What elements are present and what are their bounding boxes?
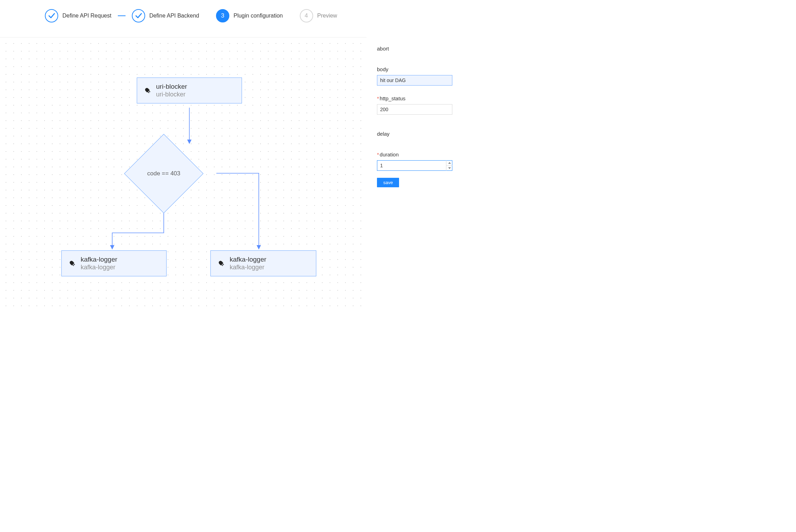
node-title: uri-blocker bbox=[156, 83, 187, 91]
check-icon bbox=[45, 9, 58, 22]
node-title: kafka-logger bbox=[230, 256, 267, 264]
node-kafka-logger-right[interactable]: kafka-logger kafka-logger bbox=[210, 250, 316, 276]
plugin-icon bbox=[143, 86, 152, 95]
http-status-input[interactable] bbox=[377, 104, 452, 115]
condition-label: code == 403 bbox=[147, 170, 181, 177]
step-label: Preview bbox=[317, 13, 337, 19]
node-subtitle: uri-blocker bbox=[156, 91, 187, 99]
step-down-button[interactable] bbox=[446, 166, 452, 171]
node-title: kafka-logger bbox=[81, 256, 117, 264]
check-icon bbox=[132, 9, 145, 22]
node-condition[interactable]: code == 403 bbox=[136, 146, 192, 202]
label-duration: *duration bbox=[377, 151, 479, 157]
step-up-button[interactable] bbox=[446, 160, 452, 166]
svg-rect-5 bbox=[222, 263, 224, 265]
section-abort: abort bbox=[377, 46, 479, 52]
plugin-icon bbox=[68, 259, 76, 268]
node-kafka-logger-left[interactable]: kafka-logger kafka-logger bbox=[61, 250, 167, 276]
step-label: Define API Backend bbox=[149, 13, 199, 19]
svg-rect-2 bbox=[72, 264, 74, 266]
step-connector bbox=[118, 15, 126, 16]
svg-rect-0 bbox=[148, 92, 149, 93]
node-subtitle: kafka-logger bbox=[81, 264, 117, 271]
number-stepper bbox=[446, 160, 452, 171]
svg-rect-1 bbox=[149, 90, 150, 92]
duration-input[interactable] bbox=[377, 160, 452, 171]
save-button[interactable]: save bbox=[377, 178, 399, 187]
step-define-api-request[interactable]: Define API Request bbox=[45, 9, 112, 22]
section-delay: delay bbox=[377, 131, 479, 137]
plugin-icon bbox=[217, 259, 225, 268]
wizard-stepper: Define API Request Define API Backend 3 … bbox=[0, 0, 530, 32]
plugin-orchestration-canvas[interactable]: uri-blocker uri-blocker code == 403 kafk… bbox=[0, 37, 366, 311]
svg-rect-4 bbox=[221, 264, 223, 266]
step-label: Plugin configuration bbox=[234, 13, 283, 19]
node-uri-blocker[interactable]: uri-blocker uri-blocker bbox=[137, 78, 242, 103]
step-label: Define API Request bbox=[62, 13, 112, 19]
label-http-status: *http_status bbox=[377, 95, 479, 101]
plugin-config-form: abort body *http_status delay *duration … bbox=[377, 46, 479, 187]
body-input[interactable] bbox=[377, 75, 452, 86]
node-subtitle: kafka-logger bbox=[230, 264, 267, 271]
step-number: 3 bbox=[216, 9, 229, 22]
step-preview[interactable]: 4 Preview bbox=[300, 9, 337, 22]
step-define-api-backend[interactable]: Define API Backend bbox=[132, 9, 199, 22]
step-plugin-configuration[interactable]: 3 Plugin configuration bbox=[216, 9, 283, 22]
svg-rect-3 bbox=[73, 263, 75, 265]
step-number: 4 bbox=[300, 9, 313, 22]
label-body: body bbox=[377, 66, 479, 72]
